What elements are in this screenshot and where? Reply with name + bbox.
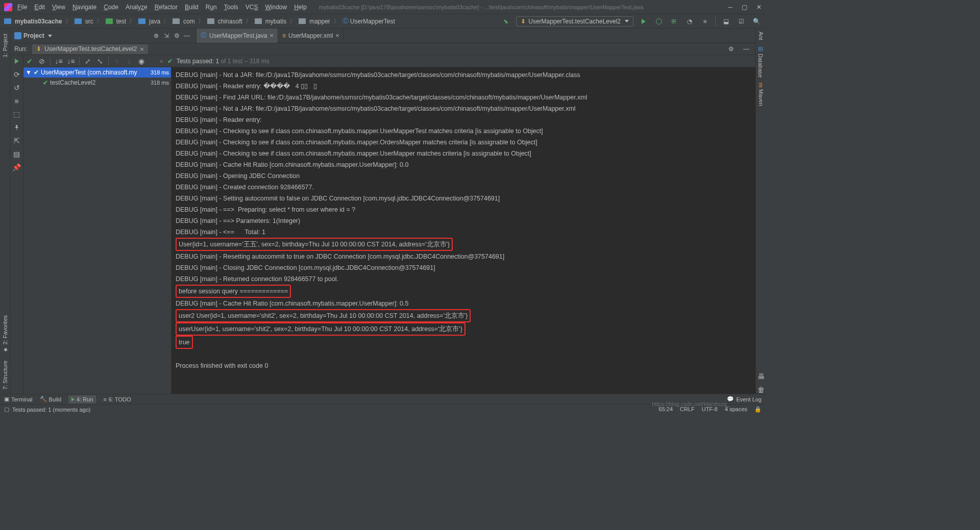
status-icon[interactable]: ▢ (4, 406, 9, 413)
menu-code[interactable]: Code (104, 4, 118, 11)
menu-tools[interactable]: Tools (224, 4, 238, 11)
run-label: Run: (14, 45, 27, 53)
build-button[interactable]: 🔨Build (40, 396, 61, 402)
menu-run[interactable]: Run (206, 4, 217, 11)
prev-icon[interactable]: ↑ (113, 57, 121, 65)
todo-button[interactable]: ≡6: TODO (103, 396, 131, 402)
bc-mybatis[interactable]: mybatis (255, 18, 286, 25)
build-icon[interactable]: ⬊ (501, 16, 511, 27)
run-tool-header: Run: ⬇ UserMapperTest.testCacheLevel2 × … (10, 43, 755, 55)
close-tab-icon[interactable]: × (335, 32, 339, 39)
chevron-down-icon[interactable] (48, 35, 52, 37)
project-tool-button[interactable]: 1: Project (2, 34, 8, 57)
hide-run-icon[interactable]: — (741, 44, 751, 54)
menu-build[interactable]: Build (185, 4, 199, 11)
close-button[interactable]: ✕ (756, 4, 762, 11)
bc-chinasoft[interactable]: chinasoft (207, 18, 242, 25)
menu-navigate[interactable]: Navigate (72, 4, 96, 11)
run-button[interactable] (639, 16, 649, 27)
profile-button[interactable]: ◔ (684, 16, 695, 27)
menu-analyze[interactable]: Analyze (126, 4, 148, 11)
right-tool-gutter: Ant ▤ Database m Maven 🖶 🗑 (755, 29, 766, 394)
menu-window[interactable]: Window (265, 4, 287, 11)
lock-icon[interactable]: 🔒 (754, 406, 762, 413)
navigation-bar: mybatis03cache〉 src〉 test〉 java〉 com〉 ch… (0, 14, 766, 29)
rerun-button[interactable] (13, 57, 21, 65)
left-tool-gutter: 1: Project ★ 2: Favorites 7: Structure (0, 29, 10, 394)
xml-file-icon: ≡ (282, 32, 286, 39)
menu-view[interactable]: View (52, 4, 65, 11)
collapse-all-icon[interactable]: ⇲ (161, 31, 172, 41)
watch-icon[interactable]: ◉ (137, 57, 145, 65)
bc-test[interactable]: test (106, 18, 126, 25)
editor-tab-usermapper-xml[interactable]: ≡ UserMapper.xml × (278, 29, 344, 43)
test-tree-root[interactable]: ▼ ✔ UserMapperTest (com.chinasoft.my 318… (23, 67, 171, 78)
content-area: Project ⊕ ⇲ ⚙ — Ⓒ UserMapperTest.java × … (10, 29, 755, 394)
close-tab-icon[interactable]: × (270, 32, 274, 39)
maven-tool-button[interactable]: m Maven (758, 83, 764, 106)
ant-tool-button[interactable]: Ant (758, 32, 764, 40)
terminal-button[interactable]: ▣Terminal (4, 396, 33, 402)
bc-mapper[interactable]: mapper (299, 18, 330, 25)
menu-help[interactable]: Help (294, 4, 307, 11)
vcs-update-icon[interactable]: ⬓ (721, 16, 731, 27)
collapse-all-icon[interactable]: ⤡ (96, 57, 104, 65)
project-view-icon (14, 32, 21, 39)
toggle-autotest-icon[interactable]: ⟳ (13, 70, 21, 79)
sort2-icon[interactable]: ↓≡ (67, 57, 75, 65)
run-tab[interactable]: ⬇ UserMapperTest.testCacheLevel2 × (32, 44, 148, 54)
settings-gear-icon[interactable]: ⚙ (172, 31, 182, 41)
show-ignored-icon[interactable]: ⊘ (38, 57, 46, 65)
expand-all-icon[interactable]: ⤢ (84, 57, 92, 65)
history-icon[interactable]: ↺ (13, 84, 21, 92)
event-log-button[interactable]: 💬Event Log (727, 396, 762, 402)
next-icon[interactable]: ↓ (125, 57, 133, 65)
maximize-button[interactable]: ▢ (742, 4, 747, 11)
bc-class[interactable]: ⒸUserMapperTest (342, 17, 395, 26)
menu-refactor[interactable]: Refactor (155, 4, 178, 11)
test-tree-child[interactable]: ✔ testCacheLevel2 318 ms (23, 78, 171, 88)
run-config-selector[interactable]: ⬇ UserMapperTest.testCacheLevel2 (516, 16, 633, 27)
editor-tab-usermappertest[interactable]: Ⓒ UserMapperTest.java × (197, 29, 278, 43)
trash-icon[interactable]: 🗑 (757, 386, 765, 394)
hide-icon[interactable]: — (182, 31, 192, 41)
menu-edit[interactable]: Edit (34, 4, 45, 11)
test-config-icon: ⬇ (36, 45, 41, 53)
show-passed-icon[interactable]: ✔ (26, 57, 34, 65)
debug-button[interactable] (654, 16, 664, 27)
vcs-commit-icon[interactable]: ☑ (736, 16, 746, 27)
stop-button[interactable]: ■ (700, 16, 710, 27)
layout-icon[interactable]: ▤ (13, 150, 21, 158)
bc-java[interactable]: java (138, 18, 160, 25)
run-settings-gear-icon[interactable]: ⚙ (726, 44, 736, 54)
java-class-icon: Ⓒ (201, 31, 207, 40)
minimize-button[interactable]: ─ (728, 4, 732, 11)
search-icon[interactable]: 🔍 (751, 16, 762, 27)
sort-icon[interactable]: ↓≡ (55, 57, 63, 65)
chevron-down-icon (625, 20, 629, 22)
console-output[interactable]: DEBUG [main] - Not a JAR: file:/D:/java1… (172, 67, 755, 394)
bc-project[interactable]: mybatis03cache (4, 18, 62, 25)
stop-button[interactable]: ■ (13, 97, 21, 105)
export-icon[interactable]: ⇱ (13, 137, 21, 145)
favorites-tool-button[interactable]: ★ 2: Favorites (2, 315, 8, 353)
pin-icon[interactable]: 🖈 (13, 123, 21, 132)
coverage-button[interactable]: ⛨ (669, 16, 679, 27)
menu-vcs[interactable]: VCS (246, 4, 258, 11)
run-tool-button[interactable]: 4: Run (68, 395, 96, 403)
tests-status: Tests passed: 1 of 1 test – 318 ms (177, 58, 270, 65)
close-run-tab-icon[interactable]: × (140, 45, 144, 53)
bc-com[interactable]: com (173, 18, 195, 25)
bc-src[interactable]: src (75, 18, 93, 25)
scroll-from-source-icon[interactable]: ⊕ (151, 31, 161, 41)
database-tool-button[interactable]: ▤ Database (757, 45, 764, 78)
print-icon[interactable]: 🖶 (757, 372, 765, 381)
title-bar: File Edit View Navigate Code Analyze Ref… (0, 0, 766, 14)
dump-icon[interactable]: ⬚ (13, 110, 21, 118)
more-icon[interactable]: 📌 (13, 163, 21, 171)
menu-file[interactable]: File (17, 4, 27, 11)
tree-node-label: UserMapperTest (com.chinasoft.my (41, 69, 137, 76)
tree-node-label: testCacheLevel2 (50, 79, 95, 86)
run-config-label: UserMapperTest.testCacheLevel2 (528, 18, 621, 25)
structure-tool-button[interactable]: 7: Structure (2, 361, 8, 390)
